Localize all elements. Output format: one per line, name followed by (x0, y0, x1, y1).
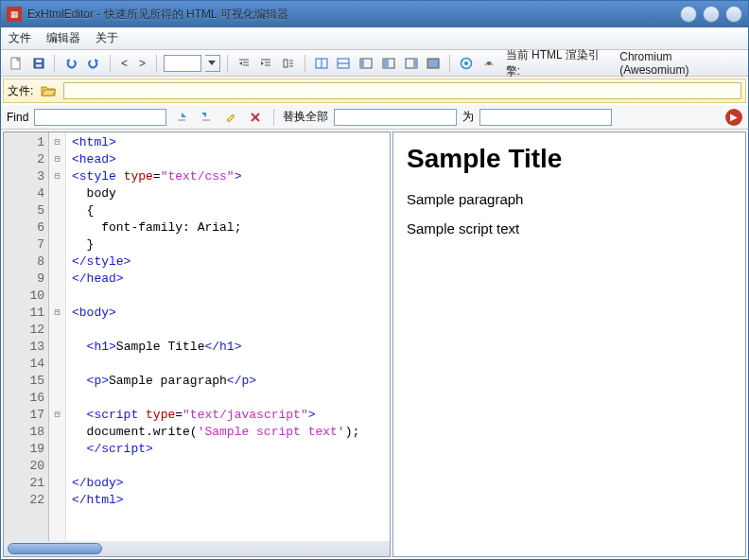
file-label: 文件: (8, 83, 33, 99)
preview-script-text: Sample script text (407, 220, 732, 236)
replace-from-input[interactable] (334, 109, 457, 126)
to-label: 为 (462, 109, 474, 125)
undo-button[interactable] (61, 54, 80, 73)
line-gutter: 12345678910111213141516171819202122 (4, 132, 49, 541)
code-text[interactable]: <html><head><style type="text/css"> body… (66, 132, 390, 541)
engine-value: Chromium (Awesomium) (619, 50, 742, 77)
replace-all-label: 替换全部 (283, 109, 328, 125)
nav-prev-button[interactable]: < (117, 57, 131, 70)
replace-to-input[interactable] (479, 109, 612, 126)
layout-split-v-button[interactable] (312, 54, 331, 73)
layout-half-button[interactable] (379, 54, 398, 73)
window-controls (680, 6, 742, 23)
layout-split-h-button[interactable] (335, 54, 354, 73)
content-area: 12345678910111213141516171819202122 ⊟⊟⊟⊟… (1, 130, 748, 559)
code-area[interactable]: 12345678910111213141516171819202122 ⊟⊟⊟⊟… (4, 132, 390, 541)
findbar: Find 替换全部 为 ▶ (1, 105, 748, 130)
file-path-input[interactable] (63, 82, 741, 99)
preview-paragraph: Sample paragraph (407, 191, 732, 207)
zoom-input[interactable] (164, 55, 201, 72)
find-input[interactable] (34, 109, 166, 126)
separator (273, 109, 274, 126)
horizontal-scrollbar[interactable] (4, 541, 390, 556)
svg-rect-19 (360, 59, 364, 68)
menu-file[interactable]: 文件 (9, 30, 31, 46)
close-button[interactable] (725, 6, 742, 23)
indent-out-button[interactable] (235, 54, 253, 73)
new-file-button[interactable] (7, 54, 26, 73)
window-title: ExHtmlEditor - 快速所见所得的 HTML 可视化编辑器 (27, 7, 680, 23)
clear-find-button[interactable] (246, 109, 265, 126)
highlight-button[interactable] (221, 109, 240, 126)
separator (54, 55, 55, 72)
maximize-button[interactable] (703, 6, 720, 23)
zoom-dropdown[interactable] (205, 55, 220, 72)
find-prev-button[interactable] (197, 109, 216, 126)
separator (156, 55, 157, 72)
app-icon: ▦ (7, 7, 22, 22)
layout-full-button[interactable] (425, 54, 444, 73)
app-window: ▦ ExHtmlEditor - 快速所见所得的 HTML 可视化编辑器 文件 … (0, 0, 749, 560)
svg-point-26 (464, 61, 468, 65)
browser-chromium-button[interactable] (457, 54, 476, 73)
preview-title: Sample Title (407, 144, 732, 174)
svg-rect-21 (383, 59, 389, 68)
menu-editor[interactable]: 编辑器 (46, 30, 80, 46)
format-button[interactable] (279, 54, 298, 73)
code-editor-pane: 12345678910111213141516171819202122 ⊟⊟⊟⊟… (3, 131, 391, 557)
save-button[interactable] (29, 54, 48, 73)
find-next-button[interactable] (172, 109, 191, 126)
nav-next-button[interactable]: > (135, 57, 149, 70)
redo-button[interactable] (84, 54, 103, 73)
svg-rect-24 (427, 59, 439, 68)
scrollbar-thumb[interactable] (8, 543, 102, 554)
svg-point-27 (487, 61, 491, 65)
engine-label: 当前 HTML 渲染引擎: (506, 47, 613, 79)
browser-ie-button[interactable] (479, 54, 498, 73)
menubar: 文件 编辑器 关于 (1, 27, 748, 50)
separator (110, 55, 111, 72)
minimize-button[interactable] (680, 6, 697, 23)
separator (305, 55, 305, 72)
filebar: 文件: (3, 79, 746, 103)
separator (449, 55, 450, 72)
layout-right-button[interactable] (402, 54, 421, 73)
open-folder-button[interactable] (39, 81, 58, 100)
svg-rect-2 (36, 60, 42, 62)
separator (227, 55, 228, 72)
svg-rect-3 (36, 64, 42, 67)
indent-in-button[interactable] (256, 54, 275, 73)
layout-left-button[interactable] (357, 54, 375, 73)
svg-rect-10 (284, 60, 287, 67)
fold-column[interactable]: ⊟⊟⊟⊟⊟ (49, 132, 66, 541)
preview-pane: Sample Title Sample paragraph Sample scr… (392, 131, 746, 557)
toolbar: < > 当前 HTML 渲染引擎: Chromium (Awesomium) (1, 50, 748, 77)
svg-rect-23 (413, 59, 417, 68)
replace-go-button[interactable]: ▶ (725, 109, 742, 126)
find-label: Find (7, 111, 28, 124)
menu-about[interactable]: 关于 (96, 30, 118, 46)
titlebar[interactable]: ▦ ExHtmlEditor - 快速所见所得的 HTML 可视化编辑器 (1, 1, 748, 27)
